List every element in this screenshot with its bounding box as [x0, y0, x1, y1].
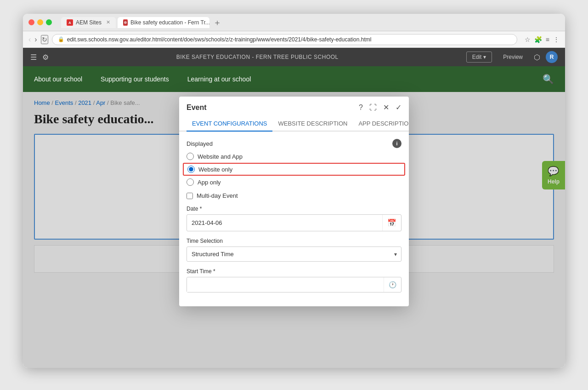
tab-1-label: AEM Sites [76, 19, 102, 26]
page-content: Home / Events / 2021 / Apr / Bike safe..… [23, 92, 565, 368]
browser-tab-1[interactable]: A AEM Sites ✕ [61, 17, 116, 28]
dialog-tabs: EVENT CONFIGURATIONS WEBSITE DESCRIPTION… [179, 116, 409, 132]
tab-1-close-icon[interactable]: ✕ [106, 19, 110, 25]
sidebar-toggle-button[interactable]: ☰ [30, 53, 37, 62]
event-dialog: Event ? ⛶ ✕ ✓ EVENT CONFIGURATIONS WEBSI… [179, 97, 409, 306]
close-traffic-light[interactable] [28, 19, 34, 25]
modal-overlay: Event ? ⛶ ✕ ✓ EVENT CONFIGURATIONS WEBSI… [23, 92, 565, 368]
url-bar[interactable]: 🔒 edit.sws.schools.nsw.gov.au/editor.htm… [52, 34, 517, 45]
clock-button[interactable]: 🕐 [384, 277, 401, 292]
address-bar-icons: ☆ 🧩 ≡ ⋮ [525, 36, 560, 43]
minimize-traffic-light[interactable] [37, 19, 43, 25]
tab-2-label: Bike safety education - Fern Tr... [130, 19, 209, 26]
site-nav: About our school Supporting our students… [23, 66, 565, 92]
time-selection-label: Time Selection [187, 238, 401, 244]
aem-toolbar-left: ☰ ⚙ [30, 53, 49, 62]
start-time-form-group: Start Time * 🕐 [187, 268, 401, 292]
help-dialog-icon[interactable]: ? [359, 103, 363, 112]
fullscreen-icon[interactable]: ⛶ [369, 103, 377, 112]
radio-website-and-app-input[interactable] [187, 153, 194, 160]
edit-label: Edit [472, 54, 482, 60]
date-input[interactable] [187, 216, 382, 230]
radio-website-and-app-label: Website and App [198, 153, 243, 160]
calendar-button[interactable]: 📅 [382, 215, 401, 231]
nav-about[interactable]: About our school [34, 75, 82, 83]
menu-icon[interactable]: ⋮ [553, 36, 560, 43]
radio-website-only[interactable]: Website only [183, 163, 405, 176]
radio-website-only-input[interactable] [187, 166, 195, 173]
time-selection-select[interactable]: Structured Time Unstructured Time All Da… [187, 247, 401, 262]
url-text: edit.sws.schools.nsw.gov.au/editor.html/… [67, 36, 372, 43]
address-bar: ‹ › ↻ 🔒 edit.sws.schools.nsw.gov.au/edit… [23, 31, 565, 48]
bookmark-icon[interactable]: ☆ [525, 36, 531, 43]
preview-button[interactable]: Preview [498, 52, 528, 62]
nav-supporting[interactable]: Supporting our students [101, 75, 169, 83]
title-bar: A AEM Sites ✕ Bike safety education - Fe… [23, 14, 565, 31]
multiday-label: Multi-day Event [197, 192, 238, 199]
lock-icon: 🔒 [58, 36, 64, 42]
search-icon[interactable]: 🔍 [543, 74, 554, 85]
maximize-traffic-light[interactable] [46, 19, 52, 25]
aem-toolbar-title: BIKE SAFETY EDUCATION - FERN TREE PUBLIC… [176, 54, 339, 60]
time-selection-wrapper: Structured Time Unstructured Time All Da… [187, 247, 401, 262]
nav-learning[interactable]: Learning at our school [187, 75, 251, 83]
date-label: Date * [187, 206, 401, 212]
tab-event-configurations[interactable]: EVENT CONFIGURATIONS [187, 116, 272, 132]
traffic-lights [28, 19, 52, 25]
settings-icon[interactable]: ⚙ [42, 53, 49, 62]
back-button[interactable]: ‹ [28, 35, 31, 44]
svg-point-3 [124, 21, 127, 24]
dialog-header-icons: ? ⛶ ✕ ✓ [359, 103, 401, 112]
dialog-body: Displayed i Website and App Website only [179, 132, 409, 306]
displayed-section: Displayed i [187, 139, 401, 148]
avatar[interactable]: R [546, 51, 558, 63]
start-time-label: Start Time * [187, 268, 401, 275]
close-dialog-button[interactable]: ✕ [383, 103, 389, 112]
displayed-label: Displayed [187, 140, 213, 147]
edit-button[interactable]: Edit ▾ [466, 52, 492, 63]
date-input-wrapper: 📅 [187, 214, 401, 231]
start-time-input[interactable] [187, 278, 384, 292]
radio-app-only[interactable]: App only [187, 178, 401, 186]
radio-app-only-label: App only [198, 179, 221, 186]
publish-icon[interactable]: ⬡ [534, 53, 540, 62]
time-selection-form-group: Time Selection Structured Time Unstructu… [187, 238, 401, 262]
edit-chevron-icon: ▾ [483, 54, 486, 60]
tab-bar: A AEM Sites ✕ Bike safety education - Fe… [61, 17, 560, 28]
date-form-group: Date * 📅 [187, 206, 401, 231]
radio-website-and-app[interactable]: Website and App [187, 153, 401, 160]
radio-group-displayed: Website and App Website only App only [187, 153, 401, 186]
browser-tab-2[interactable]: Bike safety education - Fern Tr... ✕ [118, 17, 209, 28]
extension-icon[interactable]: 🧩 [534, 36, 542, 43]
info-icon: i [392, 139, 401, 148]
dialog-title: Event [187, 103, 207, 112]
browser-window: A AEM Sites ✕ Bike safety education - Fe… [23, 14, 565, 368]
start-time-input-wrapper: 🕐 [187, 277, 401, 292]
forward-button[interactable]: › [34, 35, 37, 44]
radio-website-only-label: Website only [198, 166, 232, 173]
site-nav-links: About our school Supporting our students… [34, 75, 251, 83]
refresh-button[interactable]: ↻ [41, 35, 48, 44]
confirm-dialog-button[interactable]: ✓ [396, 103, 401, 112]
dialog-header: Event ? ⛶ ✕ ✓ [179, 97, 409, 112]
profile-icon[interactable]: ≡ [546, 36, 549, 43]
tab-website-description[interactable]: WEBSITE DESCRIPTION [272, 116, 353, 132]
tab-app-description[interactable]: APP DESCRIPTION [353, 116, 409, 132]
aem-toolbar-right: Edit ▾ Preview ⬡ R [466, 51, 558, 63]
aem-toolbar: ☰ ⚙ BIKE SAFETY EDUCATION - FERN TREE PU… [23, 48, 565, 66]
svg-text:A: A [68, 21, 71, 25]
radio-app-only-input[interactable] [187, 178, 194, 186]
multiday-checkbox-item[interactable]: Multi-day Event [187, 192, 401, 199]
new-tab-button[interactable]: ＋ [213, 17, 221, 28]
multiday-checkbox[interactable] [187, 193, 193, 199]
